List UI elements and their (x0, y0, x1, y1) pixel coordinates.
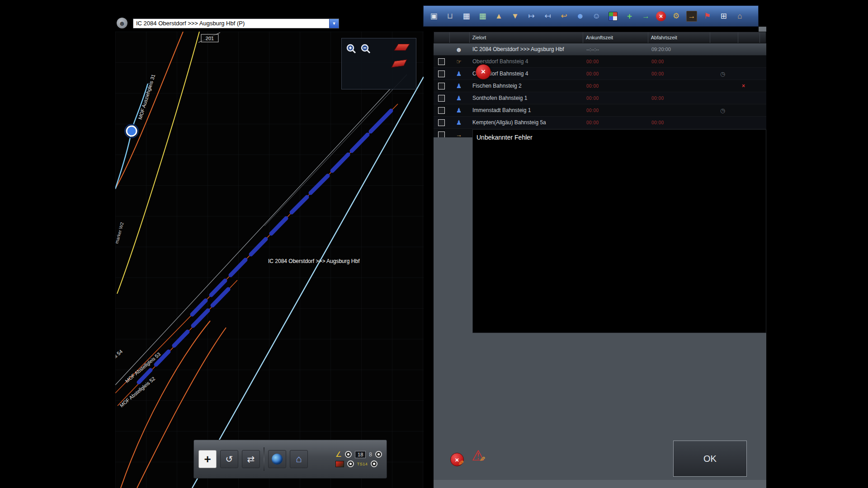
row-name: Sonthofen Bahnsteig 1 (469, 92, 583, 104)
axes-radio[interactable] (345, 451, 352, 458)
keypad-icon[interactable]: ⊞ (717, 10, 730, 22)
row-checkbox[interactable] (438, 107, 445, 114)
selected-service: IC 2084 Oberstdorf >>> Augsburg Hbf (P) (133, 19, 329, 28)
error-cross-icon: × (742, 83, 745, 89)
warning-stamp-icon: ⚠ ✎ (472, 448, 485, 463)
insert-after-icon[interactable]: ↦ (525, 10, 538, 22)
timetable: Zielort Ankunftszeit Abfahrtszeit ☻ IC 2… (434, 32, 766, 141)
pencil-icon: ✎ (479, 456, 486, 462)
toolbar-divider (264, 447, 264, 471)
move-icon: + (204, 453, 211, 465)
chevron-down-icon: ▼ (332, 21, 336, 26)
milepost-label: 201 (206, 36, 214, 41)
row-name: Fischen Bahnsteig 2 (469, 80, 583, 92)
rotate-tool-button[interactable]: ↺ (220, 450, 238, 468)
track-map-canvas[interactable]: 201 MOF Ausziehgleis 31 marker W2 MOF Ab… (115, 32, 424, 488)
column-ankunftszeit: Ankunftszeit (583, 32, 648, 43)
error-stamp-icon: × ✎ (450, 453, 464, 466)
add-service-icon[interactable]: + (623, 10, 636, 22)
gradient-icon (335, 461, 344, 467)
row-departure: 09:20:00 (648, 43, 710, 55)
driver-head-icon: ☻ (118, 19, 126, 27)
world-view-button[interactable] (268, 450, 286, 468)
passenger-stop-icon: ♟ (456, 82, 462, 89)
gradient-radio[interactable] (347, 460, 354, 467)
move-tool-button[interactable]: + (198, 450, 217, 468)
dropdown-arrow-button[interactable]: ▼ (329, 19, 339, 28)
move-up-icon[interactable]: ▲ (493, 10, 505, 22)
row-name: Kempten(Allgäu) Bahnsteig 5a (469, 117, 583, 128)
save-icon[interactable]: ▣ (428, 10, 440, 22)
coupler-icon: 8 (369, 451, 372, 458)
move-down-icon[interactable]: ▼ (509, 10, 521, 22)
row-departure (648, 80, 710, 92)
depot-icon[interactable]: ⌂ (734, 10, 746, 22)
dialog-frame-bottom: × ✎ ⚠ ✎ OK (434, 333, 766, 488)
row-departure: 00:00 (648, 68, 710, 80)
row-arrival: --:--:-- (583, 43, 648, 55)
row-name: Immenstadt Bahnsteig 1 (469, 104, 583, 116)
table-row[interactable]: ♟ Kempten(Allgäu) Bahnsteig 5a 00:00 00:… (434, 117, 766, 129)
portal-icon[interactable]: → (686, 11, 697, 22)
row-arrival: 00:00 (583, 104, 648, 116)
clock-icon: ◷ (720, 107, 725, 114)
add-instruction-icon[interactable]: → (640, 10, 652, 22)
coupler-radio[interactable] (375, 451, 382, 458)
color-grid-icon[interactable] (609, 12, 618, 21)
row-departure: 00:00 (648, 117, 710, 128)
row-checkbox[interactable] (438, 83, 445, 89)
table-header: Zielort Ankunftszeit Abfahrtszeit (434, 32, 766, 43)
gradient-tool-icon[interactable] (394, 44, 410, 51)
clock-icon: ◷ (720, 70, 725, 77)
column-zielort: Zielort (469, 32, 583, 43)
passenger-stop-icon: ♟ (456, 94, 462, 102)
grade-value[interactable]: 18 (355, 451, 366, 458)
waypoint-marker[interactable] (127, 126, 137, 136)
service-settings-icon[interactable]: ⚙ (670, 10, 682, 22)
home-button[interactable]: ⌂ (290, 450, 308, 468)
passenger-stop-icon: ♟ (456, 119, 462, 126)
remove-service-icon[interactable]: × (656, 11, 666, 21)
row-checkbox[interactable] (438, 95, 445, 102)
row-arrival: 00:00 (583, 117, 648, 128)
route-label: IC 2084 Oberstdorf >>> Augsburg Hbf (268, 258, 360, 264)
train-service-dropdown[interactable]: IC 2084 Oberstdorf >>> Augsburg Hbf (P) … (133, 19, 339, 28)
zoom-in-icon (346, 43, 357, 54)
undo-icon[interactable]: ↩ (558, 10, 570, 22)
grid-large-icon[interactable]: ▦ (476, 10, 489, 22)
delete-icon[interactable]: ⊔ (444, 10, 456, 22)
timetable-toolbar: ▣ ⊔ ▦ ▦ ▲ ▼ ↦ ↤ ↩ ☻ ☺ + → × ⚙ → ⚑ ⊞ ⌂ (423, 5, 759, 27)
error-badge: × (476, 64, 491, 80)
table-row[interactable]: ♟ Immenstadt Bahnsteig 1 00:00 ◷ (434, 104, 766, 117)
insert-before-icon[interactable]: ↤ (542, 10, 554, 22)
edit-driver-icon[interactable]: ☺ (590, 10, 603, 22)
passengers-icon[interactable]: ☻ (574, 10, 586, 22)
track-map[interactable]: 201 MOF Ausziehgleis 31 marker W2 MOF Ab… (115, 32, 424, 488)
row-departure (648, 104, 710, 116)
flag-icon[interactable]: ⚑ (701, 10, 713, 22)
grid-small-icon[interactable]: ▦ (460, 10, 472, 22)
table-row[interactable]: ♟ Fischen Bahnsteig 2 00:00 × (434, 80, 766, 92)
ts14-label: TS14 (357, 462, 368, 466)
row-checkbox[interactable] (438, 70, 445, 77)
error-dialog-message: Unbekannter Fehler (472, 129, 766, 333)
row-checkbox[interactable] (438, 119, 445, 126)
row-arrival: 00:00 (583, 80, 648, 92)
globe-icon (272, 454, 283, 465)
row-arrival: 00:00 (583, 56, 648, 67)
row-arrival: 00:00 (583, 68, 648, 80)
zoom-out-button[interactable] (360, 43, 372, 55)
table-row-service[interactable]: ☻ IC 2084 Oberstdorf >>> Augsburg Hbf --… (434, 43, 766, 56)
table-row[interactable]: ♟ Sonthofen Bahnsteig 1 00:00 00:00 (434, 92, 766, 104)
pickup-hand-icon: ☞ (456, 58, 462, 65)
gizmo-icon: ⇄ (247, 454, 255, 465)
marker-tool-icon[interactable] (391, 59, 407, 67)
gizmo-tool-button[interactable]: ⇄ (242, 450, 260, 468)
ok-button[interactable]: OK (673, 441, 747, 477)
home-icon: ⌂ (296, 453, 302, 465)
ts14-radio[interactable] (371, 460, 377, 467)
passenger-stop-icon: ♟ (456, 107, 462, 114)
row-departure: 00:00 (648, 92, 710, 104)
row-checkbox[interactable] (438, 58, 445, 65)
zoom-in-button[interactable] (345, 43, 357, 55)
